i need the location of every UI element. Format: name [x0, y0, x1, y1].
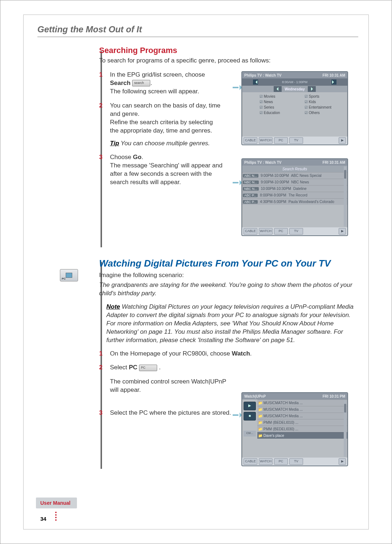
genre-education[interactable]: Education: [260, 111, 299, 115]
shot3-scrollbar[interactable]: [344, 400, 347, 457]
s2-step2-after: .: [157, 364, 160, 371]
footer-btn-watch[interactable]: WATCH: [259, 137, 273, 144]
upnp-r5: PMM (BEDELI030) ...: [258, 427, 298, 431]
step1-text-a: In the EPG grid/list screen, choose: [110, 71, 205, 78]
upnp-row-1[interactable]: MUSICMATCH Media ...: [257, 399, 347, 406]
footer3-btn-watch[interactable]: WATCH: [259, 458, 273, 465]
shot2-body: ABC N...9:00PM-10:00PMABC News Special N…: [242, 172, 347, 205]
shot2-clock: FRI 10:31 AM: [323, 161, 345, 165]
upnp-row-3[interactable]: MUSICMATCH Media ...: [257, 413, 347, 419]
result-row-5[interactable]: ABC P...4:30PM-5:00PMPaula Woodward's Co…: [242, 198, 347, 205]
shot1-day-bar: Wednesday: [242, 86, 347, 92]
genre-kids[interactable]: Kids: [305, 100, 344, 104]
footer-btn-pc[interactable]: PC: [274, 137, 288, 144]
shot1-clock: FRI 10:31 AM: [323, 73, 345, 77]
screenshot-search-results: Philips TV : Watch TV FRI 10:31 AM Searc…: [241, 158, 348, 236]
note-text: Watching Digital Pictures on your legacy…: [106, 303, 354, 344]
r5-time: 4:30PM-5:00PM: [260, 200, 286, 204]
step1-after: .: [150, 80, 152, 86]
footer2-go-icon[interactable]: ▶: [339, 228, 346, 235]
r2-ch: NBC N...: [243, 180, 259, 184]
search-button-icon[interactable]: search: [132, 80, 150, 86]
header: Getting the Most Out of It: [37, 24, 358, 37]
footer2-btn-cable[interactable]: CABLE: [244, 228, 257, 235]
section1-heading: Searching Programs: [99, 46, 358, 55]
footer-go-icon[interactable]: ▶: [339, 137, 346, 144]
shot2-scrollbar[interactable]: [344, 166, 347, 227]
shot3-footer: CABLE WATCH PC TV ▶: [242, 458, 347, 466]
section1-lead: To search for programs of a specific gen…: [99, 57, 358, 65]
result-row-3[interactable]: NBC N...10:00PM-10:30PMDateline: [242, 185, 347, 192]
shot1-day: Wednesday: [285, 87, 305, 91]
section2-scenario: The grandparents are staying for the wee…: [99, 281, 358, 298]
footer-btn-cable[interactable]: CABLE: [244, 137, 257, 144]
footer3-btn-cable[interactable]: CABLE: [244, 458, 257, 465]
r4-prog: The Record: [289, 193, 307, 197]
footer3-btn-tv[interactable]: TV: [289, 458, 303, 465]
shot2-title: Philips TV : Watch TV: [244, 161, 281, 165]
footer2-btn-pc[interactable]: PC: [274, 228, 288, 235]
footer3-go-icon[interactable]: ▶: [339, 458, 346, 465]
s2-step-1: On the Homepage of your RC9800i, choose …: [99, 350, 358, 358]
page-number-row: 34: [36, 511, 77, 522]
upnp-r1: MUSICMATCH Media ...: [258, 401, 303, 405]
upnp-row-6[interactable]: Dave's place: [257, 432, 347, 439]
note-label: Note: [106, 303, 120, 310]
time-next-icon[interactable]: [331, 80, 336, 85]
r1-time: 9:00PM-10:00PM: [261, 174, 289, 178]
step1-bold: Search: [110, 80, 131, 86]
shot1-genre-grid: Movies Sports News Kids Series Entertain…: [260, 94, 344, 115]
shot1-title: Philips TV : Watch TV: [244, 73, 281, 77]
stop-icon[interactable]: ■: [244, 412, 256, 421]
s2-step1-after: .: [250, 350, 252, 357]
step1-line2: The following screen will appear.: [110, 88, 199, 95]
r1-ch: ABC N...: [243, 174, 258, 178]
time-prev-icon[interactable]: [253, 80, 258, 85]
section2-note: Note Watching Digital Pictures on your l…: [106, 303, 358, 345]
footer2-btn-tv[interactable]: TV: [289, 228, 303, 235]
r3-ch: NBC N...: [243, 187, 259, 191]
s2-step3-line1: Select the PC where the pictures are sto…: [110, 409, 231, 416]
upnp-row-4[interactable]: PMM (BEDELI010) ...: [257, 419, 347, 426]
upnp-row-5[interactable]: PMM (BEDELI030) ...: [257, 426, 347, 432]
manual-label-box: User Manual: [36, 498, 77, 508]
genre-entertainment[interactable]: Entertainment: [305, 105, 344, 109]
footer2-btn-watch[interactable]: WATCH: [259, 228, 273, 235]
genre-sports[interactable]: Sports: [305, 94, 344, 98]
footer3-btn-pc[interactable]: PC: [274, 458, 288, 465]
page-number: 34: [40, 516, 46, 522]
header-title: Getting the Most Out of It: [37, 24, 142, 34]
step3-line2: The message 'Searching' will appear and …: [110, 162, 222, 186]
content: Searching Programs To search for program…: [37, 46, 358, 461]
ctrl-button[interactable]: Ctrl...: [244, 431, 256, 437]
tip-text: You can choose multiple genres.: [121, 140, 210, 147]
result-row-4[interactable]: ABC P...8:00PM-9:00PMThe Record: [242, 192, 347, 198]
footer-btn-tv[interactable]: TV: [289, 137, 303, 144]
pc-margin-icon: PC: [60, 269, 78, 281]
genre-movies[interactable]: Movies: [260, 94, 299, 98]
play-icon[interactable]: ▶: [244, 402, 256, 410]
r3-time: 10:00PM-10:30PM: [261, 187, 291, 191]
r1-prog: ABC News Special: [291, 174, 322, 178]
s2-step2-a: Select: [110, 364, 129, 371]
section1-steps: In the EPG grid/list screen, choose Sear…: [99, 71, 222, 187]
upnp-r4: PMM (BEDELI010) ...: [258, 421, 298, 425]
arrow-to-shot1: [233, 85, 242, 90]
section2-heading: Watching Digital Pictures From Your PC o…: [99, 258, 358, 269]
shot3-body: ▶ ■ Ctrl... MUSICMATCH Media ... MUSICMA…: [242, 399, 347, 439]
section-searching-programs: Searching Programs To search for program…: [99, 46, 358, 249]
r5-ch: ABC P...: [243, 200, 258, 204]
genre-others[interactable]: Others: [305, 111, 344, 115]
genre-series[interactable]: Series: [260, 105, 299, 109]
result-row-2[interactable]: NBC N...9:00PM-10:00PMNBC News: [242, 179, 347, 185]
step3-a: Choose: [110, 154, 133, 161]
day-next-icon[interactable]: [308, 86, 316, 92]
manual-footer: User Manual 34: [36, 498, 77, 522]
pc-button-icon[interactable]: PC: [139, 365, 157, 371]
s2-step2-bold: PC: [129, 364, 138, 371]
genre-news[interactable]: News: [260, 100, 299, 104]
upnp-row-2[interactable]: MUSICMATCH Media ...: [257, 406, 347, 413]
result-row-1[interactable]: ABC N...9:00PM-10:00PMABC News Special: [242, 172, 347, 179]
r2-time: 9:00PM-10:00PM: [261, 180, 289, 184]
day-prev-icon[interactable]: [274, 86, 282, 92]
